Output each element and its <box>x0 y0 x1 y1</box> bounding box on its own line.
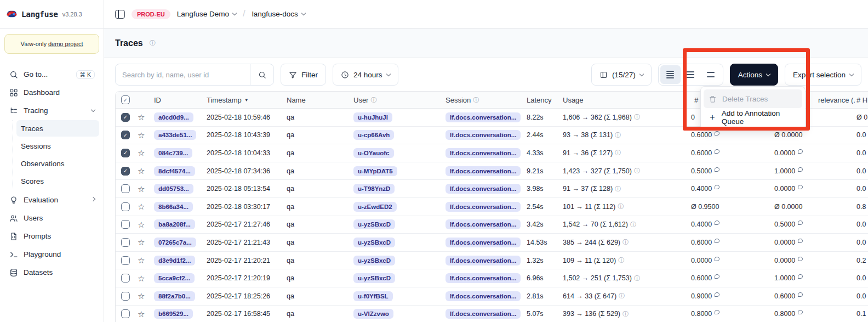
column-header-last[interactable]: # H <box>855 96 868 104</box>
info-icon[interactable]: ⓘ <box>615 131 621 139</box>
row-checkbox[interactable] <box>121 184 130 193</box>
filter-button[interactable]: Filter <box>281 64 326 86</box>
user-chip[interactable]: u-MYpDAT5 <box>353 166 397 176</box>
session-chip[interactable]: lf.docs.conversation... <box>446 273 521 283</box>
row-checkbox[interactable] <box>121 292 130 301</box>
session-chip[interactable]: lf.docs.conversation... <box>446 148 521 158</box>
trace-id-chip[interactable]: ba8a208f... <box>154 219 195 229</box>
user-chip[interactable]: u-yzSBxcD <box>353 238 395 247</box>
session-chip[interactable]: lf.docs.conversation... <box>446 219 521 229</box>
info-icon[interactable]: ⓘ <box>634 274 640 283</box>
column-header-user[interactable]: Userⓘ <box>351 96 443 104</box>
session-chip[interactable]: lf.docs.conversation... <box>446 309 521 319</box>
row-height-medium-button[interactable] <box>681 65 701 84</box>
sidebar-item-sessions[interactable]: Sessions <box>16 138 99 154</box>
user-chip[interactable]: u-OYauofc <box>353 148 394 158</box>
user-chip[interactable]: u-f0YfBSL <box>353 291 393 301</box>
user-chip[interactable]: u-yzSBxcD <box>353 256 395 265</box>
sidebar-toggle-icon[interactable] <box>115 10 125 19</box>
user-chip[interactable]: u-VIZzvwo <box>353 309 393 319</box>
column-header-relevance[interactable]: relevance (... <box>816 96 855 104</box>
star-icon[interactable]: ☆ <box>138 238 145 246</box>
info-icon[interactable]: ⓘ <box>615 149 621 157</box>
info-icon[interactable]: ⓘ <box>634 113 640 121</box>
row-height-small-button[interactable] <box>660 65 681 84</box>
actions-button[interactable]: Actions <box>730 64 778 86</box>
column-header-usage[interactable]: Usage <box>561 96 687 104</box>
select-all-checkbox[interactable]: ✓ <box>121 95 130 104</box>
user-chip[interactable]: u-cp66Avh <box>353 130 394 140</box>
info-icon[interactable]: ⓘ <box>150 39 156 47</box>
star-icon[interactable]: ☆ <box>138 185 145 193</box>
star-icon[interactable]: ☆ <box>138 149 145 157</box>
sidebar-item-traces[interactable]: Traces <box>16 120 99 137</box>
star-icon[interactable]: ☆ <box>138 221 145 229</box>
user-chip[interactable]: u-yzSBxcD <box>353 219 395 229</box>
info-icon[interactable]: ⓘ <box>630 221 636 229</box>
info-icon[interactable]: ⓘ <box>619 292 625 300</box>
user-chip[interactable]: u-T98YnzD <box>353 184 395 194</box>
session-chip[interactable]: lf.docs.conversation... <box>446 184 521 194</box>
sidebar-item-tracing[interactable]: Tracing <box>4 102 99 119</box>
row-checkbox[interactable] <box>121 256 130 265</box>
sidebar-item-dashboard[interactable]: Dashboard <box>4 84 99 101</box>
trace-id-chip[interactable]: d3e9d1f2... <box>154 256 195 265</box>
trace-id-chip[interactable]: 084c739... <box>154 148 192 158</box>
goto-button[interactable]: Go to... ⌘ K <box>4 66 99 83</box>
sidebar-item-evaluation[interactable]: Evaluation <box>4 191 99 208</box>
column-header-name[interactable]: Name <box>284 96 351 104</box>
row-checkbox[interactable]: ✓ <box>121 131 130 139</box>
star-icon[interactable]: ☆ <box>138 202 145 211</box>
column-header-timestamp[interactable]: Timestamp▼ <box>204 96 284 104</box>
row-checkbox[interactable] <box>121 202 130 211</box>
row-checkbox[interactable] <box>121 274 130 283</box>
info-icon[interactable]: ⓘ <box>623 310 629 318</box>
column-header-latency[interactable]: Latency <box>524 96 561 104</box>
menu-item-delete-traces[interactable]: Delete Traces <box>704 89 802 108</box>
column-header-session[interactable]: Sessionⓘ <box>443 96 524 104</box>
info-icon[interactable]: ⓘ <box>615 185 621 193</box>
session-chip[interactable]: lf.docs.conversation... <box>446 166 521 176</box>
export-selection-button[interactable]: Export selection <box>785 64 861 86</box>
info-icon[interactable]: ⓘ <box>473 96 479 104</box>
sidebar-item-playground[interactable]: Playground <box>4 246 99 263</box>
demo-project-link[interactable]: demo project <box>48 41 83 47</box>
info-icon[interactable]: ⓘ <box>634 167 640 175</box>
project-switcher[interactable]: langfuse-docs <box>252 10 305 18</box>
search-button[interactable] <box>250 64 273 85</box>
user-chip[interactable]: u-zEwdED2 <box>353 202 397 212</box>
session-chip[interactable]: lf.docs.conversation... <box>446 291 521 301</box>
star-icon[interactable]: ☆ <box>138 292 145 300</box>
trace-id-chip[interactable]: b669529... <box>154 309 193 319</box>
trace-id-chip[interactable]: 07265c7a... <box>154 238 196 247</box>
row-height-large-button[interactable] <box>701 65 721 84</box>
info-icon[interactable]: ⓘ <box>618 256 624 264</box>
trace-id-chip[interactable]: dd05753... <box>154 184 193 194</box>
sidebar-item-users[interactable]: Users <box>4 210 99 227</box>
menu-item-add-to-annotation-queue[interactable]: + Add to Annotation Queue <box>704 108 802 127</box>
row-checkbox[interactable]: ✓ <box>121 167 130 176</box>
trace-id-chip[interactable]: 5cca9cf2... <box>154 273 195 283</box>
time-range-button[interactable]: 24 hours <box>333 64 398 86</box>
sidebar-item-observations[interactable]: Observations <box>16 155 99 172</box>
star-icon[interactable]: ☆ <box>138 113 145 121</box>
user-chip[interactable]: u-huJhuJi <box>353 112 392 122</box>
org-switcher[interactable]: Langfuse Demo <box>177 10 236 18</box>
star-icon[interactable]: ☆ <box>138 131 145 139</box>
trace-id-chip[interactable]: a433de51... <box>154 130 196 140</box>
sidebar-item-scores[interactable]: Scores <box>16 173 99 189</box>
trace-id-chip[interactable]: 8dcf4574... <box>154 166 195 176</box>
sidebar-item-datasets[interactable]: Datasets <box>4 264 99 281</box>
row-checkbox[interactable]: ✓ <box>121 149 130 157</box>
sidebar-item-prompts[interactable]: Prompts <box>4 228 99 245</box>
session-chip[interactable]: lf.docs.conversation... <box>446 130 521 140</box>
star-icon[interactable]: ☆ <box>138 256 145 264</box>
row-checkbox[interactable] <box>121 309 130 318</box>
row-checkbox[interactable] <box>121 220 130 229</box>
row-checkbox[interactable]: ✓ <box>121 113 130 122</box>
column-header-id[interactable]: ID <box>152 96 204 104</box>
session-chip[interactable]: lf.docs.conversation... <box>446 202 521 212</box>
info-icon[interactable]: ⓘ <box>618 202 624 211</box>
star-icon[interactable]: ☆ <box>138 310 145 318</box>
row-checkbox[interactable] <box>121 238 130 247</box>
